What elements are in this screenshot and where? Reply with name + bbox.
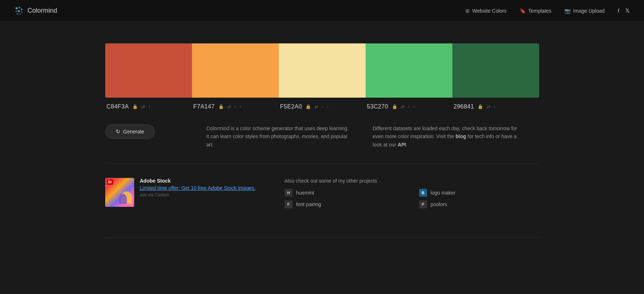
adjust-btn-2[interactable]: ⇄ [314, 103, 319, 110]
arrow-right-btn-3[interactable]: › [413, 103, 415, 110]
color-actions-2: 🔒 ⇄ ‹ › [305, 103, 329, 110]
arrow-left-btn-1[interactable]: ‹ [234, 103, 237, 110]
lock-btn-4[interactable]: 🔒 [477, 103, 484, 110]
main-nav: ⊞ Website Colors 🔖 Templates 📷 Image Upl… [465, 8, 605, 14]
bottom-section: ↻ Generate Colormind is a color scheme g… [105, 124, 539, 149]
color-palette [105, 43, 539, 98]
font-pairing-icon: F [285, 200, 293, 208]
color-actions-3: 🔒 ⇄ ‹ › [391, 103, 415, 110]
color-labels: C84F3A 🔒 ⇄ › F7A147 🔒 ⇄ ‹ › F5E2A0 🔒 ⇄ ‹ [105, 103, 539, 110]
svg-point-3 [16, 10, 17, 12]
refresh-icon: ↻ [116, 128, 120, 135]
logo-text: Colormind [27, 7, 57, 14]
twitter-icon[interactable]: 𝕏 [625, 8, 630, 14]
description-left-text: Colormind is a color scheme generator th… [206, 124, 351, 149]
color-swatch-1[interactable] [192, 43, 279, 98]
adjust-btn-3[interactable]: ⇄ [400, 103, 405, 110]
color-hex-3: 53C270 [367, 103, 388, 110]
divider-1 [105, 163, 539, 163]
color-actions-4: 🔒 ⇄ ‹ [477, 103, 496, 110]
projects-section: Also check out some of my other projects… [285, 178, 539, 208]
poolors-icon: P [419, 200, 427, 208]
ad-image[interactable]: St [105, 178, 134, 207]
description-left: Colormind is a color scheme generator th… [206, 124, 351, 149]
divider-2 [105, 237, 539, 238]
description-right-text: Different datasets are loaded each day, … [373, 124, 517, 149]
api-link[interactable]: API [398, 142, 406, 148]
adjust-btn-1[interactable]: ⇄ [227, 103, 232, 110]
nav-templates[interactable]: 🔖 Templates [520, 8, 551, 14]
color-swatch-2[interactable] [279, 43, 366, 98]
facebook-icon[interactable]: f [618, 8, 619, 14]
color-actions-1: 🔒 ⇄ ‹ › [218, 103, 242, 110]
svg-point-0 [16, 7, 18, 9]
ad-logo: St [107, 179, 113, 185]
bookmark-icon: 🔖 [520, 8, 526, 14]
svg-point-6 [17, 13, 18, 14]
color-swatch-0[interactable] [105, 43, 192, 98]
color-actions-0: 🔒 ⇄ › [132, 103, 151, 110]
svg-point-7 [20, 13, 21, 15]
projects-grid: H huemint B logo maker F font pairing P … [285, 189, 539, 208]
lock-btn-0[interactable]: 🔒 [132, 103, 138, 110]
lock-btn-1[interactable]: 🔒 [218, 103, 225, 110]
arrow-left-btn-4[interactable]: ‹ [493, 103, 496, 110]
logo-maker-icon: B [419, 189, 427, 197]
lock-btn-3[interactable]: 🔒 [391, 103, 398, 110]
project-poolors[interactable]: P poolors [419, 200, 539, 208]
arrow-left-btn-3[interactable]: ‹ [408, 103, 410, 110]
lock-btn-2[interactable]: 🔒 [305, 103, 312, 110]
color-swatch-3[interactable] [366, 43, 452, 98]
ad-source: ads via Carbon [140, 192, 256, 197]
ad-text: Adobe Stock Limited time offer: Get 10 f… [140, 178, 256, 197]
generate-button[interactable]: ↻ Generate [105, 124, 155, 139]
color-hex-1: F7A147 [193, 103, 215, 110]
arrow-right-btn-1[interactable]: › [239, 103, 242, 110]
huemint-label: huemint [296, 190, 314, 196]
color-hex-0: C84F3A [107, 103, 129, 110]
svg-point-5 [21, 11, 22, 13]
ad-brand: Adobe Stock [140, 178, 256, 184]
arrow-right-btn-0[interactable]: › [148, 103, 151, 110]
arrow-left-btn-2[interactable]: ‹ [321, 103, 324, 110]
nav-image-upload[interactable]: 📷 Image Upload [564, 8, 605, 14]
svg-point-4 [18, 10, 20, 12]
adjust-btn-0[interactable]: ⇄ [141, 103, 146, 110]
color-label-3: 53C270 🔒 ⇄ ‹ › [366, 103, 452, 110]
arrow-right-btn-2[interactable]: › [326, 103, 329, 110]
svg-point-2 [21, 8, 23, 10]
grid-icon: ⊞ [465, 8, 470, 14]
ad-title[interactable]: Limited time offer: Get 10 free Adobe St… [140, 185, 256, 191]
svg-point-1 [19, 7, 21, 8]
generate-area: ↻ Generate [105, 124, 185, 139]
camera-icon: 📷 [564, 8, 571, 14]
projects-title: Also check out some of my other projects [285, 178, 539, 184]
logo-icon [14, 6, 24, 16]
huemint-icon: H [285, 189, 293, 197]
social-links: f 𝕏 [618, 8, 630, 14]
color-label-4: 296841 🔒 ⇄ ‹ [452, 103, 539, 110]
project-logo-maker[interactable]: B logo maker [419, 189, 539, 197]
project-huemint[interactable]: H huemint [285, 189, 405, 197]
font-pairing-label: font pairing [296, 201, 321, 207]
adjust-btn-4[interactable]: ⇄ [486, 103, 491, 110]
nav-website-colors[interactable]: ⊞ Website Colors [465, 8, 507, 14]
project-font-pairing[interactable]: F font pairing [285, 200, 405, 208]
blog-link[interactable]: blog [456, 133, 466, 139]
logo-area: Colormind [14, 6, 57, 16]
footer-section: St Adobe Stock Limited time offer: Get 1… [105, 178, 539, 223]
color-hex-4: 296841 [454, 103, 474, 110]
logo-maker-label: logo maker [431, 190, 456, 196]
description-right: Different datasets are loaded each day, … [373, 124, 517, 149]
color-label-1: F7A147 🔒 ⇄ ‹ › [192, 103, 279, 110]
color-label-2: F5E2A0 🔒 ⇄ ‹ › [279, 103, 366, 110]
poolors-label: poolors [431, 201, 447, 207]
ad-section: St Adobe Stock Limited time offer: Get 1… [105, 178, 256, 208]
color-label-0: C84F3A 🔒 ⇄ › [105, 103, 192, 110]
color-swatch-4[interactable] [452, 43, 539, 98]
color-hex-2: F5E2A0 [280, 103, 302, 110]
